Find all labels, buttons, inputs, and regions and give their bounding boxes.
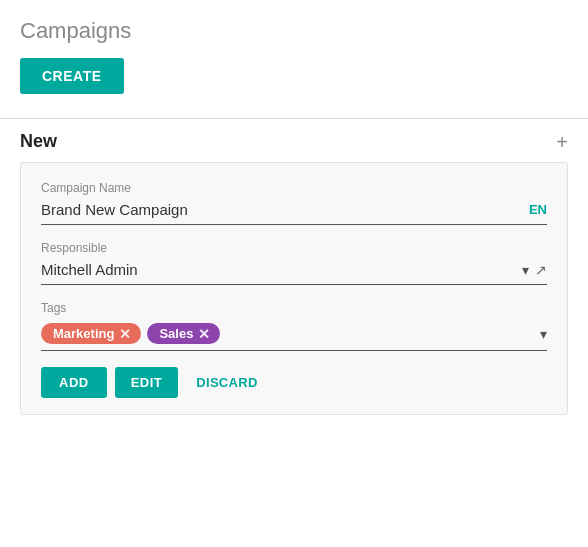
tags-field: Tags Marketing ✕ Sales ✕ ▾ bbox=[41, 301, 547, 351]
campaign-name-input-row: EN bbox=[41, 199, 547, 225]
tag-sales-label: Sales bbox=[159, 326, 193, 341]
section-title: New bbox=[20, 131, 57, 152]
tags-row: Marketing ✕ Sales ✕ ▾ bbox=[41, 319, 547, 351]
campaign-name-field: Campaign Name EN bbox=[41, 181, 547, 225]
create-button[interactable]: CREATE bbox=[20, 58, 124, 94]
add-new-icon[interactable]: + bbox=[556, 132, 568, 152]
discard-button[interactable]: DISCARD bbox=[186, 367, 267, 398]
page-title: Campaigns bbox=[20, 18, 568, 44]
responsible-select-row: Mitchell Admin ▾ ↗ bbox=[41, 259, 547, 285]
responsible-field: Responsible Mitchell Admin ▾ ↗ bbox=[41, 241, 547, 285]
campaign-name-label: Campaign Name bbox=[41, 181, 547, 195]
tag-marketing: Marketing ✕ bbox=[41, 323, 141, 344]
form-card: Campaign Name EN Responsible Mitchell Ad… bbox=[20, 162, 568, 415]
tag-sales: Sales ✕ bbox=[147, 323, 220, 344]
tag-sales-close[interactable]: ✕ bbox=[198, 327, 210, 341]
tags-dropdown-icon[interactable]: ▾ bbox=[540, 326, 547, 342]
tag-marketing-close[interactable]: ✕ bbox=[119, 327, 131, 341]
page-header: Campaigns CREATE bbox=[0, 0, 588, 104]
responsible-value: Mitchell Admin bbox=[41, 259, 522, 280]
tags-label: Tags bbox=[41, 301, 547, 315]
language-badge[interactable]: EN bbox=[529, 202, 547, 217]
responsible-dropdown-icon[interactable]: ▾ bbox=[522, 262, 529, 278]
action-buttons: ADD EDIT DISCARD bbox=[41, 367, 547, 398]
edit-button[interactable]: EDIT bbox=[115, 367, 179, 398]
responsible-label: Responsible bbox=[41, 241, 547, 255]
campaign-name-input[interactable] bbox=[41, 199, 521, 220]
responsible-external-link-icon[interactable]: ↗ bbox=[535, 262, 547, 278]
add-button[interactable]: ADD bbox=[41, 367, 107, 398]
tag-marketing-label: Marketing bbox=[53, 326, 114, 341]
section-header: New + bbox=[0, 119, 588, 162]
